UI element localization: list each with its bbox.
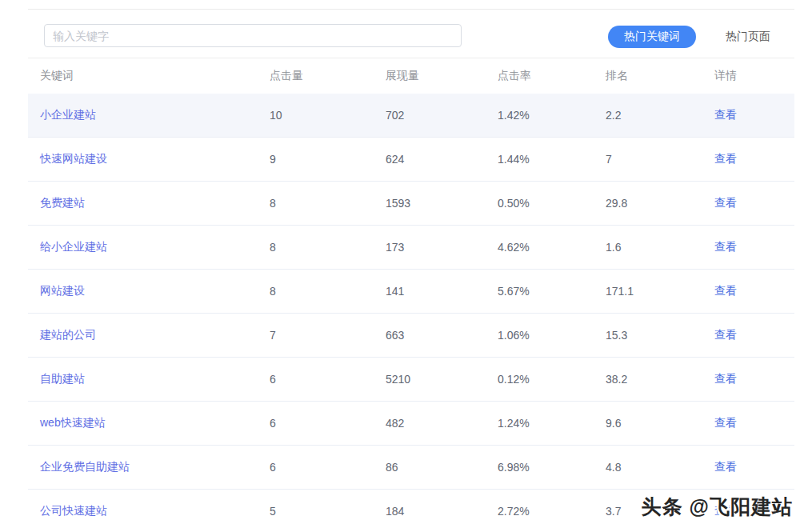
rank-value: 171.1	[606, 285, 634, 298]
view-link[interactable]: 查看	[714, 108, 737, 121]
table-body: 小企业建站107021.42%2.2查看快速网站建设96241.44%7查看免费…	[28, 94, 794, 532]
column-header-impressions: 展现量	[386, 58, 498, 94]
rank-value: 38.2	[606, 373, 627, 386]
clicks-value: 10	[270, 109, 282, 122]
impressions-value: 86	[386, 461, 398, 474]
table-row: 给小企业建站81734.62%1.6查看	[28, 226, 794, 270]
keyword-link[interactable]: 快速网站建设	[40, 152, 107, 165]
clicks-value: 5	[270, 505, 276, 518]
ctr-value: 6.98%	[498, 461, 530, 474]
ctr-value: 1.42%	[498, 109, 530, 122]
table-row: 自助建站652100.12%38.2查看	[28, 358, 794, 402]
keyword-link[interactable]: 给小企业建站	[40, 240, 107, 253]
keyword-link[interactable]: 企业免费自助建站	[40, 460, 130, 473]
impressions-value: 482	[386, 417, 404, 430]
rank-value: 15.3	[606, 329, 627, 342]
ctr-value: 2.72%	[498, 505, 530, 518]
keyword-link[interactable]: 小企业建站	[40, 108, 96, 121]
table-row: 快速网站建设96241.44%7查看	[28, 138, 794, 182]
column-header-rank: 排名	[606, 58, 714, 94]
table-row: 公司快速建站51842.72%3.7查看	[28, 490, 794, 532]
keyword-link[interactable]: 公司快速建站	[40, 504, 107, 517]
clicks-value: 8	[270, 197, 276, 210]
impressions-value: 184	[386, 505, 404, 518]
view-link[interactable]: 查看	[714, 284, 737, 297]
ctr-value: 5.67%	[498, 285, 530, 298]
keyword-analytics-card: 热门关键词 热门页面 关键词 点击量 展现量 点击率 排名 详情 小企业建站10…	[28, 9, 794, 532]
clicks-value: 8	[270, 241, 276, 254]
keyword-link[interactable]: web快速建站	[40, 416, 106, 429]
rank-value: 7	[606, 153, 612, 166]
clicks-value: 9	[270, 153, 276, 166]
ctr-value: 0.50%	[498, 197, 530, 210]
ctr-value: 1.24%	[498, 417, 530, 430]
rank-value: 9.6	[606, 417, 621, 430]
column-header-detail: 详情	[714, 58, 794, 94]
column-header-clicks: 点击量	[270, 58, 386, 94]
view-link[interactable]: 查看	[714, 504, 737, 517]
clicks-value: 7	[270, 329, 276, 342]
hot-keywords-button[interactable]: 热门关键词	[608, 26, 696, 48]
view-link[interactable]: 查看	[714, 416, 737, 429]
view-link[interactable]: 查看	[714, 460, 737, 473]
view-link[interactable]: 查看	[714, 152, 737, 165]
table-header-row: 关键词 点击量 展现量 点击率 排名 详情	[28, 58, 794, 94]
ctr-value: 1.44%	[498, 153, 530, 166]
column-header-keyword: 关键词	[28, 58, 270, 94]
keyword-link[interactable]: 自助建站	[40, 372, 85, 385]
impressions-value: 663	[386, 329, 404, 342]
table-row: 小企业建站107021.42%2.2查看	[28, 94, 794, 138]
impressions-value: 624	[386, 153, 404, 166]
rank-value: 4.8	[606, 461, 621, 474]
impressions-value: 5210	[386, 373, 410, 386]
impressions-value: 1593	[386, 197, 410, 210]
rank-value: 1.6	[606, 241, 621, 254]
ctr-value: 4.62%	[498, 241, 530, 254]
column-header-ctr: 点击率	[498, 58, 606, 94]
table-row: 建站的公司76631.06%15.3查看	[28, 314, 794, 358]
keyword-link[interactable]: 网站建设	[40, 284, 85, 297]
clicks-value: 6	[270, 461, 276, 474]
keyword-table: 关键词 点击量 展现量 点击率 排名 详情 小企业建站107021.42%2.2…	[28, 58, 794, 532]
toolbar: 热门关键词 热门页面	[28, 10, 794, 58]
view-link[interactable]: 查看	[714, 240, 737, 253]
keyword-link[interactable]: 建站的公司	[40, 328, 96, 341]
rank-value: 29.8	[606, 197, 627, 210]
ctr-value: 0.12%	[498, 373, 530, 386]
table-row: 免费建站815930.50%29.8查看	[28, 182, 794, 226]
clicks-value: 6	[270, 417, 276, 430]
impressions-value: 141	[386, 285, 404, 298]
impressions-value: 702	[386, 109, 404, 122]
clicks-value: 6	[270, 373, 276, 386]
hot-pages-button[interactable]: 热门页面	[716, 26, 780, 48]
table-row: 企业免费自助建站6866.98%4.8查看	[28, 446, 794, 490]
search-input[interactable]	[44, 24, 462, 47]
impressions-value: 173	[386, 241, 404, 254]
rank-value: 2.2	[606, 109, 621, 122]
ctr-value: 1.06%	[498, 329, 530, 342]
table-row: web快速建站64821.24%9.6查看	[28, 402, 794, 446]
view-link[interactable]: 查看	[714, 328, 737, 341]
view-link[interactable]: 查看	[714, 196, 737, 209]
rank-value: 3.7	[606, 505, 621, 518]
keyword-link[interactable]: 免费建站	[40, 196, 85, 209]
clicks-value: 8	[270, 285, 276, 298]
view-link[interactable]: 查看	[714, 372, 737, 385]
table-row: 网站建设81415.67%171.1查看	[28, 270, 794, 314]
